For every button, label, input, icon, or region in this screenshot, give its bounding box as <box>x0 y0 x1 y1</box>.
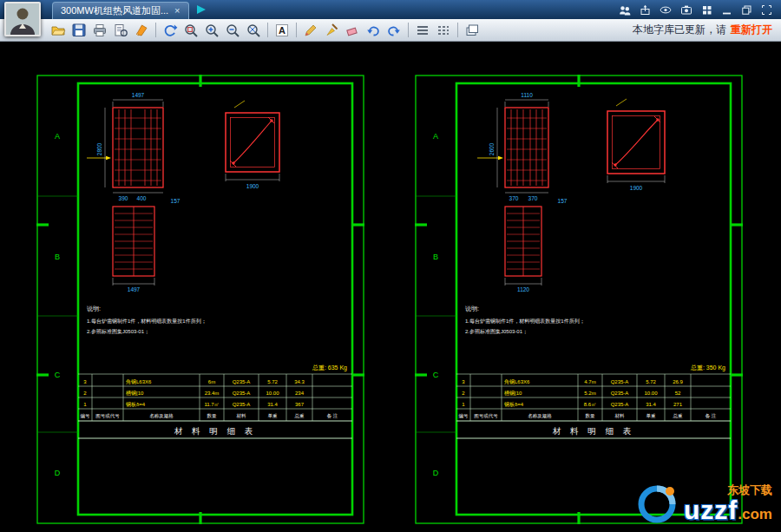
zoom-out-icon[interactable] <box>223 21 242 40</box>
svg-text:370: 370 <box>528 195 538 201</box>
svg-text:备 注: 备 注 <box>706 413 717 418</box>
save-icon[interactable] <box>69 21 89 40</box>
drawing-sheet[interactable]: A B C D <box>36 75 364 524</box>
document-tab[interactable]: 300MW机组热风道加固... × <box>52 2 189 19</box>
sheet-frame <box>415 75 743 524</box>
svg-text:名称及规格: 名称及规格 <box>149 413 174 419</box>
svg-text:52: 52 <box>675 391 681 396</box>
svg-text:说明:: 说明: <box>87 305 101 312</box>
pencil-icon[interactable] <box>301 21 320 40</box>
svg-text:3: 3 <box>83 379 87 384</box>
svg-text:编号: 编号 <box>81 413 91 418</box>
column-elevation-detail <box>113 108 163 187</box>
fullscreen-icon[interactable] <box>761 4 772 16</box>
svg-text:数量: 数量 <box>586 413 596 418</box>
svg-text:34.3: 34.3 <box>294 379 305 384</box>
table-title: 材 料 明 细 表 <box>174 426 256 436</box>
svg-text:1.每台炉需钢制件1件，材料明细表数量按1件所列；: 1.每台炉需钢制件1件，材料明细表数量按1件所列； <box>87 318 207 325</box>
table-header-row: 编号 图号或代号 名称及规格 数量 材料 单重 总重 备 注 <box>81 413 338 419</box>
print-icon[interactable] <box>90 21 109 40</box>
svg-text:5.72: 5.72 <box>646 379 656 384</box>
svg-text:Q235-A: Q235-A <box>233 379 251 384</box>
toolbar-separator <box>155 23 156 37</box>
brush-icon[interactable] <box>322 21 341 40</box>
svg-text:31.4: 31.4 <box>646 402 656 407</box>
svg-text:4.7m: 4.7m <box>584 379 595 384</box>
svg-text:图号或代号: 图号或代号 <box>95 413 120 419</box>
person-photo-icon <box>6 3 39 35</box>
font-notice-area: 本地字库已更新，请 重新打开 <box>633 23 781 37</box>
print-preview-icon[interactable] <box>111 21 130 40</box>
grid-icon[interactable] <box>701 4 712 16</box>
zoom-in-icon[interactable] <box>202 21 221 40</box>
eye-icon[interactable] <box>660 4 672 16</box>
users-icon[interactable] <box>619 4 631 16</box>
redo-icon[interactable] <box>384 21 404 40</box>
text-tool-icon[interactable]: A <box>272 21 292 40</box>
zone-labels: A B C D <box>55 132 61 477</box>
svg-text:D: D <box>55 469 61 477</box>
dashed-line-icon[interactable] <box>434 21 453 40</box>
svg-text:角钢L63X6: 角钢L63X6 <box>126 378 152 384</box>
svg-text:2.参照标准图集J0503-01；: 2.参照标准图集J0503-01； <box>465 329 528 335</box>
share-icon[interactable] <box>640 4 651 16</box>
notes: 说明: 1.每台炉需钢制件1件，材料明细表数量按1件所列； 2.参照标准图集J0… <box>87 305 207 335</box>
svg-text:2: 2 <box>83 391 87 396</box>
undo-icon[interactable] <box>364 21 383 40</box>
camera-icon[interactable] <box>680 4 692 16</box>
titlebar-icon-group <box>619 4 781 16</box>
rotate-icon[interactable] <box>161 21 180 40</box>
svg-text:角钢L63X6: 角钢L63X6 <box>504 378 530 384</box>
table-row: 3 角钢L63X6 4.7m Q235-A 5.72 26.9 <box>462 378 683 384</box>
tab-close-icon[interactable]: × <box>174 6 180 16</box>
reopen-button[interactable]: 重新打开 <box>731 23 772 37</box>
titlebar: 300MW机组热风道加固... × <box>0 0 781 19</box>
svg-text:1120: 1120 <box>517 286 529 292</box>
zoom-window-icon[interactable] <box>181 21 200 40</box>
duct-section-detail <box>226 113 279 172</box>
toolbar-separator <box>296 23 297 37</box>
layers-icon[interactable] <box>463 21 482 40</box>
svg-text:10.00: 10.00 <box>644 391 658 396</box>
avatar[interactable] <box>4 2 41 36</box>
drawing-sheet[interactable]: A B C D <box>415 75 743 524</box>
new-tab-icon[interactable] <box>194 3 207 16</box>
marker-icon[interactable] <box>132 21 151 40</box>
svg-text:1497: 1497 <box>132 92 145 98</box>
svg-text:D: D <box>433 469 439 477</box>
svg-text:1900: 1900 <box>630 185 643 191</box>
svg-text:说明:: 说明: <box>465 305 479 312</box>
eraser-icon[interactable] <box>343 21 362 40</box>
svg-text:5.72: 5.72 <box>267 379 278 384</box>
table-row: 1 钢板δ=4 8.6㎡ Q235-A 31.4 271 <box>462 401 682 407</box>
dimension-text: 1497 2800 390 400 157 1900 1497 <box>96 92 259 292</box>
svg-text:名称及规格: 名称及规格 <box>528 413 552 419</box>
svg-text:1110: 1110 <box>521 92 533 98</box>
table-header-row: 编号 图号或代号 名称及规格 数量 材料 单重 总重 备 注 <box>459 413 717 419</box>
svg-text:1: 1 <box>462 402 465 407</box>
table-row: 2 槽钢[10 5.2m Q235-A 10.00 52 <box>462 390 681 397</box>
dimension-lines <box>497 100 665 286</box>
svg-text:A: A <box>433 132 438 141</box>
svg-text:157: 157 <box>558 198 568 204</box>
svg-text:1497: 1497 <box>128 286 141 292</box>
svg-text:单重: 单重 <box>268 413 279 418</box>
svg-text:1: 1 <box>83 402 87 407</box>
multiline-icon[interactable] <box>413 21 432 40</box>
zoom-extents-icon[interactable] <box>244 21 263 40</box>
svg-text:A: A <box>279 25 285 36</box>
material-table: 3 角钢L63X6 6m Q235-A 5.72 34.3 2 槽钢[10 23… <box>78 374 352 438</box>
drawing-canvas[interactable]: A B C D <box>0 42 781 532</box>
restore-icon[interactable] <box>741 4 752 16</box>
svg-text:11.7㎡: 11.7㎡ <box>204 402 219 407</box>
svg-text:23.4m: 23.4m <box>205 391 220 396</box>
svg-text:Q235-A: Q235-A <box>611 391 629 396</box>
open-icon[interactable] <box>49 21 68 40</box>
svg-text:总重: 总重 <box>294 413 305 418</box>
svg-text:Q235-A: Q235-A <box>611 402 629 407</box>
cad-viewer-window: 300MW机组热风道加固... × <box>0 0 781 532</box>
font-notice-text: 本地字库已更新，请 <box>633 23 726 37</box>
svg-text:10.00: 10.00 <box>266 391 279 396</box>
minimize-icon[interactable] <box>721 4 732 16</box>
svg-text:编号: 编号 <box>459 413 469 418</box>
